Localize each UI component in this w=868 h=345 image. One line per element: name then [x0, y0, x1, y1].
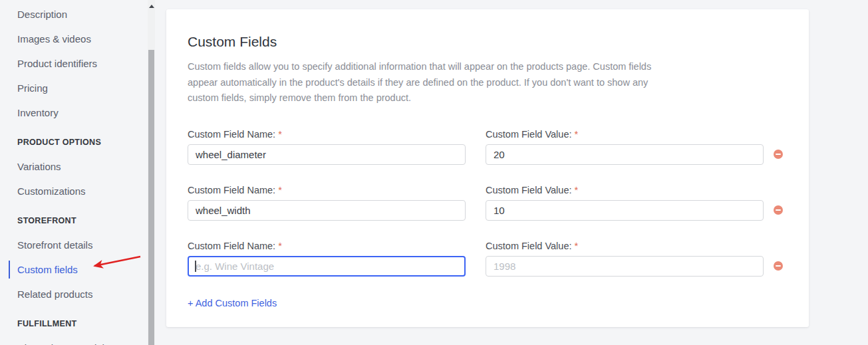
sidebar-item-label: Product identifiers — [17, 58, 97, 69]
sidebar-item-customizations[interactable]: Customizations — [0, 179, 148, 203]
custom-field-name-label: Custom Field Name: * — [188, 241, 466, 251]
description-line: custom fields, simply remove them from t… — [188, 90, 788, 106]
sidebar-item-variations[interactable]: Variations — [0, 154, 148, 179]
required-asterisk: * — [575, 185, 579, 195]
scroll-up-button[interactable] — [148, 0, 155, 12]
custom-field-name-input[interactable] — [188, 200, 466, 221]
sidebar-section-storefront: STOREFRONT — [0, 208, 148, 233]
sidebar-section-product-options: PRODUCT OPTIONS — [0, 130, 148, 154]
remove-custom-field-button[interactable] — [774, 150, 783, 159]
custom-fields-form: Custom Field Name: * Custom Field Value:… — [188, 130, 788, 309]
minus-circle-icon — [774, 150, 783, 159]
description-line: appear automatically in the product's de… — [188, 75, 788, 91]
scroll-up-arrow-icon — [149, 5, 154, 8]
sidebar-item-label: Customizations — [17, 185, 86, 197]
sidebar-scrollbar[interactable] — [148, 0, 155, 345]
sidebar-item-label: Dimensions & weight — [17, 342, 110, 345]
field-group-value: Custom Field Value: * — [486, 130, 764, 165]
custom-field-value-label: Custom Field Value: * — [486, 241, 764, 251]
description-line: Custom fields allow you to specify addit… — [188, 59, 788, 75]
sidebar-item-label: Images & videos — [17, 33, 91, 45]
sidebar-item-images-videos[interactable]: Images & videos — [0, 27, 148, 51]
custom-field-value-input[interactable] — [486, 256, 764, 277]
custom-field-name-input[interactable] — [188, 256, 466, 277]
sidebar-item-label: Inventory — [17, 107, 59, 118]
remove-custom-field-button[interactable] — [774, 205, 783, 215]
minus-circle-icon — [774, 205, 783, 215]
sidebar-item-related-products[interactable]: Related products — [0, 282, 148, 306]
sidebar-item-pricing[interactable]: Pricing — [0, 76, 148, 100]
custom-field-row-2: Custom Field Name: * Custom Field Value:… — [188, 185, 788, 221]
required-asterisk: * — [575, 241, 579, 251]
sidebar-item-product-identifiers[interactable]: Product identifiers — [0, 51, 148, 76]
panel-title: Custom Fields — [188, 33, 788, 51]
custom-field-row-3: Custom Field Name: * Custom Field Value:… — [188, 241, 788, 277]
custom-field-value-label: Custom Field Value: * — [486, 130, 764, 140]
add-custom-fields-link[interactable]: + Add Custom Fields — [188, 298, 277, 308]
panel-description: Custom fields allow you to specify addit… — [188, 59, 788, 106]
sidebar-item-label: Custom fields — [17, 264, 78, 275]
sidebar-item-label: Storefront details — [17, 239, 92, 251]
remove-custom-field-button[interactable] — [774, 261, 783, 271]
sidebar-item-description[interactable]: Description — [0, 2, 148, 27]
sidebar-section-fulfillment: FULFILLMENT — [0, 311, 148, 336]
custom-field-value-input[interactable] — [486, 144, 764, 165]
custom-field-value-input[interactable] — [486, 200, 764, 221]
custom-field-row-1: Custom Field Name: * Custom Field Value:… — [188, 130, 788, 165]
required-asterisk: * — [278, 241, 282, 251]
field-group-name: Custom Field Name: * — [188, 130, 466, 165]
field-group-name: Custom Field Name: * — [188, 241, 466, 277]
field-group-name: Custom Field Name: * — [188, 185, 466, 221]
field-group-value: Custom Field Value: * — [486, 185, 764, 221]
sidebar-item-label: Related products — [17, 288, 92, 300]
required-asterisk: * — [278, 129, 282, 140]
sidebar-item-label: Pricing — [17, 82, 48, 94]
sidebar-item-label: Variations — [17, 161, 61, 172]
required-asterisk: * — [575, 129, 579, 140]
custom-fields-panel: Custom Fields Custom fields allow you to… — [166, 9, 809, 327]
sidebar-item-custom-fields[interactable]: Custom fields — [0, 257, 148, 282]
required-asterisk: * — [278, 185, 282, 195]
product-edit-sidebar: Description Images & videos Product iden… — [0, 0, 148, 345]
field-group-value: Custom Field Value: * — [486, 241, 764, 277]
scrollbar-thumb[interactable] — [148, 50, 154, 345]
sidebar-item-dimensions-weight[interactable]: Dimensions & weight — [0, 336, 148, 345]
sidebar-item-storefront-details[interactable]: Storefront details — [0, 233, 148, 257]
custom-field-value-label: Custom Field Value: * — [486, 185, 764, 195]
sidebar-item-label: Description — [17, 9, 67, 20]
custom-field-name-input[interactable] — [188, 144, 466, 165]
custom-field-name-label: Custom Field Name: * — [188, 185, 466, 195]
text-caret — [195, 261, 196, 272]
sidebar-item-inventory[interactable]: Inventory — [0, 100, 148, 125]
minus-circle-icon — [774, 261, 783, 271]
active-indicator-bar — [9, 261, 10, 279]
custom-field-name-label: Custom Field Name: * — [188, 130, 466, 140]
